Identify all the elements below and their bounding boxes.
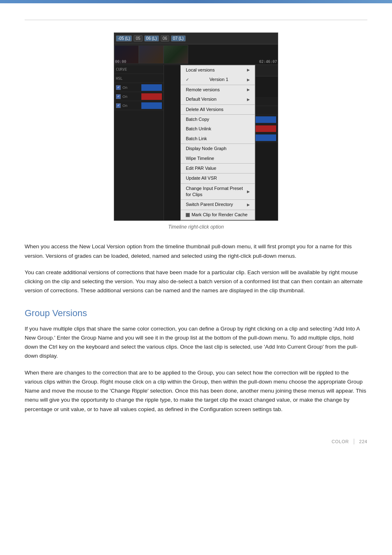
menu-edit-par[interactable]: Edit PAR Value — [181, 164, 255, 173]
menu-display-node-graph[interactable]: Display Node Graph — [181, 144, 255, 153]
arrow-icon-v1: ▶ — [247, 77, 250, 83]
menu-switch-parent-dir[interactable]: Switch Parent Directory ▶ — [181, 200, 255, 209]
menu-section-display: Display Node Graph Wipe Timeline — [181, 144, 255, 164]
timecode-right: 02:46:07 — [259, 60, 277, 64]
arrow-icon-remote: ▶ — [247, 87, 250, 92]
context-menu: Local versions ▶ Version 1 ▶ Remote vers… — [180, 65, 255, 220]
page-content: -05 (L) 05 06 (L) 06 07 (L) 00:00 02:46:… — [0, 3, 392, 469]
thumb-2 — [139, 45, 164, 64]
marker-3: 06 (L) — [144, 35, 159, 42]
render-checkbox-icon — [186, 213, 190, 217]
menu-local-versions[interactable]: Local versions ▶ — [181, 65, 255, 75]
row-on-3: On — [122, 104, 127, 108]
screenshot-inner: CURVE HSL On On — [114, 65, 278, 220]
row-on-2: On — [122, 95, 127, 99]
menu-section-remote: Remote versions ▶ Default Version ▶ — [181, 85, 255, 105]
marker-2: 05 — [134, 35, 142, 42]
top-bar — [0, 0, 392, 3]
footer-divider — [354, 439, 354, 444]
menu-change-input-format[interactable]: Change Input Format Preset for Clips ▶ — [181, 184, 255, 200]
screenshot-caption: Timeline right-click option — [168, 224, 224, 230]
color-block-1 — [141, 84, 162, 91]
row-on-1: On — [122, 86, 127, 90]
section-divider — [25, 20, 367, 20]
menu-wipe-timeline[interactable]: Wipe Timeline — [181, 154, 255, 163]
menu-section-batch: Batch Copy Batch Unlink Batch Link — [181, 115, 255, 144]
marker-1: -05 (L) — [116, 35, 132, 42]
footer-page-number: 224 — [359, 439, 367, 444]
color-block-2 — [141, 93, 162, 100]
timeline-header: -05 (L) 05 06 (L) 06 07 (L) — [114, 33, 278, 44]
check-row-1: On — [114, 83, 164, 92]
marker-4: 06 — [161, 35, 169, 42]
menu-delete-all[interactable]: Delete All Versions — [181, 105, 255, 114]
marker-5: 07 (L) — [171, 35, 186, 42]
menu-update-vsr[interactable]: Update All VSR — [181, 173, 255, 183]
hsl-label: HSL — [116, 76, 128, 81]
paragraph-2: You can create additional versions of co… — [25, 268, 367, 296]
menu-section-par: Edit PAR Value — [181, 164, 255, 173]
menu-section-vsr: Update All VSR — [181, 173, 255, 183]
arrow-icon-default: ▶ — [247, 97, 250, 102]
paragraph-4: When there are changes to the correction… — [25, 368, 367, 414]
menu-section-parent-dir: Switch Parent Directory ▶ — [181, 200, 255, 210]
paragraph-3: If you have multiple clips that share th… — [25, 324, 367, 361]
menu-section-delete: Delete All Versions — [181, 105, 255, 115]
arrow-icon-parent: ▶ — [247, 202, 250, 208]
menu-default-version[interactable]: Default Version ▶ — [181, 95, 255, 104]
menu-section-input-format: Change Input Format Preset for Clips ▶ — [181, 184, 255, 200]
menu-section-versions: Local versions ▶ Version 1 ▶ — [181, 65, 255, 85]
menu-mark-render-cache[interactable]: Mark Clip for Render Cache — [181, 210, 255, 220]
right-preview-panel — [255, 65, 278, 220]
checkbox-2 — [116, 94, 121, 99]
page-footer: COLOR 224 — [25, 439, 367, 444]
left-panel: CURVE HSL On On — [114, 65, 164, 220]
thumb-3 — [164, 45, 188, 64]
checkbox-3 — [116, 103, 121, 108]
color-block-3 — [141, 102, 162, 109]
footer-label: COLOR — [332, 439, 349, 444]
filmstrip-row: 00:00 02:46:07 — [114, 44, 278, 65]
curve-label: CURVE — [116, 67, 128, 72]
paragraph-1: When you access the New Local Version op… — [25, 242, 367, 261]
group-versions-heading: Group Versions — [25, 308, 367, 319]
menu-section-render: Mark Clip for Render Cache — [181, 210, 255, 220]
arrow-icon: ▶ — [247, 67, 250, 73]
check-row-3: On — [114, 101, 164, 110]
check-row-2: On — [114, 92, 164, 101]
timecode-left: 00:00 — [115, 60, 126, 64]
menu-batch-copy[interactable]: Batch Copy — [181, 115, 255, 124]
screenshot-wrapper: -05 (L) 05 06 (L) 06 07 (L) 00:00 02:46:… — [114, 32, 278, 221]
checkbox-1 — [116, 85, 121, 90]
menu-version-1[interactable]: Version 1 ▶ — [181, 75, 255, 84]
hsl-row: HSL — [114, 74, 164, 83]
menu-batch-unlink[interactable]: Batch Unlink — [181, 124, 255, 134]
arrow-icon-input: ▶ — [247, 189, 250, 194]
menu-batch-link[interactable]: Batch Link — [181, 134, 255, 143]
screenshot-container: -05 (L) 05 06 (L) 06 07 (L) 00:00 02:46:… — [25, 32, 367, 230]
menu-remote-versions[interactable]: Remote versions ▶ — [181, 85, 255, 95]
curve-row: CURVE — [114, 65, 164, 74]
